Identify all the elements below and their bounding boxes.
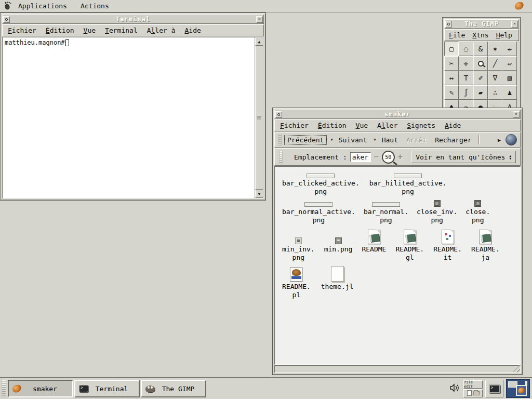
close-button[interactable]: ✕ [511,21,518,28]
menu-aide[interactable]: Aide [445,122,461,129]
file-README.it[interactable]: README. it [433,228,462,262]
menu-xtns[interactable]: Xtns [472,31,488,39]
move-tool[interactable]: ✛ [459,56,473,71]
file-README.gl[interactable]: README. gl [395,228,424,262]
menu-aller-à[interactable]: Aller à [147,26,176,34]
file-close.png[interactable]: close. png [466,200,490,224]
file-README[interactable]: README [362,228,386,254]
window-menu-button[interactable] [3,16,10,23]
file-bar_normal_active.png[interactable]: bar_normal_active. png [282,200,355,224]
eraser-icon: ▰ [478,89,483,96]
mini-files-button[interactable] [463,389,483,397]
close-icon: ✕ [258,17,261,21]
forward-dropdown-arrow-icon[interactable]: ▼ [374,138,376,142]
text-tool[interactable]: T [459,71,473,85]
doc-marks-icon [442,230,454,244]
terminal-launcher-button[interactable] [485,380,503,397]
file-bar_hilited_active.png[interactable]: bar_hilited_active. png [369,171,447,196]
menu-édition[interactable]: Édition [46,26,74,34]
gnome-foot-icon[interactable] [4,1,12,11]
file-min.png[interactable]: min.png [324,228,353,254]
menu-fichier[interactable]: Fichier [280,122,309,129]
window-menu-button[interactable] [445,21,452,28]
terminal-titlebar[interactable]: Terminal ✕ [2,15,264,24]
panel-grip[interactable] [2,380,6,397]
task-button-the-gimp[interactable]: The GIMP [141,380,206,397]
menu-applications[interactable]: Applications [17,1,68,11]
toolbar-overflow-arrow-icon[interactable]: ▶ [496,137,502,143]
filemanager-titlebar[interactable]: smaker ✕ [274,110,521,119]
volume-icon[interactable] [449,383,461,394]
back-dropdown-arrow-icon[interactable]: ▼ [330,138,332,142]
mini-menubar-button[interactable]: file edit [463,380,483,389]
color-picker-tool[interactable]: ✐ [473,71,488,85]
active-window-box[interactable] [516,385,527,396]
file-min_inv.png[interactable]: min_inv. png [282,228,315,262]
toolbar-grip[interactable] [278,134,282,145]
forward-button[interactable]: Suivant [336,136,370,144]
location-input[interactable] [350,152,371,162]
location-bar-grip[interactable] [279,151,283,163]
scroll-up-button[interactable]: ▲ [255,37,263,46]
file-bar_normal.png[interactable]: bar_normal. png [364,200,408,224]
task-button-smaker[interactable]: smaker [8,380,73,397]
gimp-titlebar[interactable]: The GIMP ✕ [444,19,519,29]
magnify-tool[interactable] [473,56,488,71]
menu-file[interactable]: File [449,31,465,39]
view-as-dropdown[interactable]: Voir en tant qu'Icônes ▲▼ [411,151,516,163]
close-button[interactable]: ✕ [256,16,263,23]
file-theme.jl[interactable]: theme.jl [321,265,354,291]
menu-signets[interactable]: Signets [407,122,435,129]
reload-button[interactable]: Recharger [432,136,474,144]
menu-fichier[interactable]: Fichier [8,26,36,34]
menu-vue[interactable]: Vue [84,26,96,34]
bar-icon [372,202,400,207]
free-select-tool[interactable]: & [473,42,488,56]
file-label: README [362,245,386,254]
menu-édition[interactable]: Édition [318,122,347,129]
menu-help[interactable]: Help [496,31,512,39]
zoom-in-button[interactable]: + [398,152,403,162]
blend-tool[interactable]: ▧ [502,71,517,85]
workspace-pager[interactable] [506,379,530,398]
scrollbar-track[interactable] [255,46,263,190]
file-README.ja[interactable]: README. ja [471,228,500,262]
zoom-out-button[interactable]: − [374,152,379,162]
resize-grip[interactable] [512,365,520,373]
rect-select-tool[interactable]: ▢ [444,42,459,56]
file-README.pl[interactable]: README. pl [282,265,311,299]
bezier-select-tool[interactable]: ✒ [502,42,517,56]
scroll-down-button[interactable]: ▼ [255,190,263,198]
back-button[interactable]: Précédent [285,136,326,144]
bucket-fill-icon: ∇ [493,74,497,82]
menu-vue[interactable]: Vue [356,122,368,129]
menu-terminal[interactable]: Terminal [105,26,138,34]
close-button[interactable]: ✕ [513,111,520,118]
wilber-icon [145,385,155,392]
file-bar_clicked_active.png[interactable]: bar_clicked_active. png [282,171,360,196]
task-button-terminal[interactable]: Terminal [74,380,140,397]
ellipse-select-tool[interactable]: ◌ [459,42,473,56]
crop-tool[interactable]: ╱ [488,56,502,71]
pencil-tool[interactable]: ✎ [444,85,459,100]
transform-tool[interactable]: ▱ [502,56,517,71]
closebox-icon [434,200,441,207]
flip-tool[interactable]: ↔ [444,71,459,85]
terminal-scrollbar[interactable]: ▲ ▼ [255,37,263,198]
menu-aide[interactable]: Aide [185,26,201,34]
airbrush-tool[interactable]: ∴ [488,85,502,100]
scrollbar-thumb[interactable] [255,46,263,190]
menu-aller[interactable]: Aller [377,122,397,129]
up-button[interactable]: Haut [379,136,401,144]
paintbrush-tool[interactable]: ∫ [459,85,473,100]
fuzzy-select-tool[interactable]: ✶ [488,42,502,56]
window-menu-button[interactable] [275,111,282,118]
clone-tool[interactable]: ♟ [502,85,517,100]
bucket-fill-tool[interactable]: ∇ [488,71,502,85]
scissors-tool[interactable]: ✂ [444,56,459,71]
eraser-tool[interactable]: ▰ [473,85,488,100]
terminal-screen[interactable]: matthieu.magnon# ▲ ▼ [2,37,264,198]
shell-icon[interactable] [514,1,525,10]
menu-actions[interactable]: Actions [79,1,110,11]
file-close_inv.png[interactable]: close_inv. png [417,200,457,224]
